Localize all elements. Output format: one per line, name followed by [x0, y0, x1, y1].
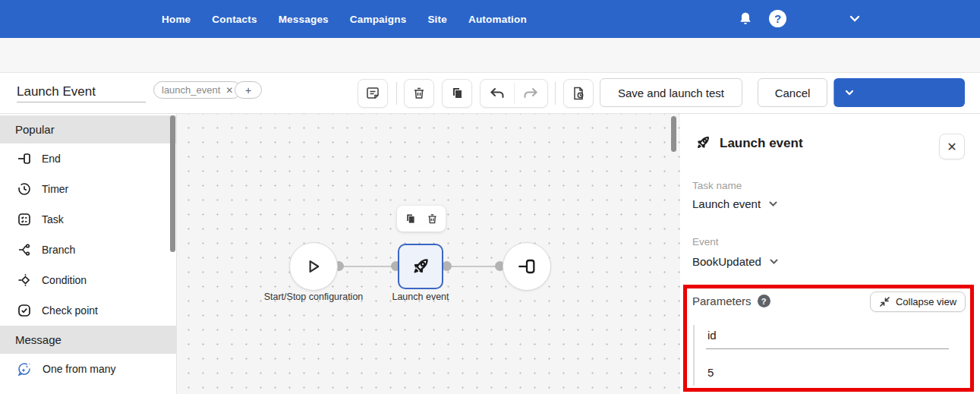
- sidebar-item-label: Check point: [42, 304, 98, 317]
- sidebar-item-label: Condition: [42, 274, 87, 286]
- toolbar-divider: [396, 82, 397, 105]
- sidebar-item-timer[interactable]: Timer: [0, 174, 176, 204]
- panel-title: Launch event: [720, 136, 803, 151]
- scenario-tag-chip[interactable]: launch_event ✕: [153, 81, 241, 99]
- note-icon: [365, 86, 380, 101]
- toolbar-divider: [555, 82, 556, 105]
- event-value: BookUpdated: [692, 255, 761, 268]
- node-settings-panel: Launch event ✕ Task name Launch event Ev…: [680, 114, 980, 394]
- check-point-icon: [17, 303, 32, 318]
- cancel-button[interactable]: Cancel: [758, 78, 827, 107]
- undo-button[interactable]: [481, 80, 514, 107]
- collapse-view-label: Collapse view: [896, 296, 956, 307]
- delete-node-icon[interactable]: [426, 213, 439, 225]
- copy-icon: [449, 86, 465, 101]
- save-and-exit-split-button: Save and exit: [833, 78, 965, 107]
- document-refresh-icon: [571, 86, 586, 101]
- collapse-view-button[interactable]: Collapse view: [870, 292, 966, 312]
- parameters-label: Parameters ?: [692, 295, 770, 307]
- sidebar-section-popular: Popular: [0, 115, 176, 143]
- close-panel-button[interactable]: ✕: [939, 134, 965, 159]
- chevron-down-icon: [769, 258, 779, 265]
- nav-item-messages[interactable]: Messages: [279, 14, 329, 25]
- canvas-scrollbar[interactable]: [671, 116, 676, 152]
- parameters-text: Parameters: [692, 295, 752, 307]
- branch-icon: [17, 242, 32, 257]
- parameter-key-underline: [706, 348, 949, 349]
- node-launch-event-selected[interactable]: [398, 244, 443, 289]
- sidebar-item-label: Task: [42, 213, 64, 225]
- edge-launch-to-end: [445, 266, 502, 267]
- sidebar-item-label: End: [42, 153, 61, 165]
- account-chevron-down-icon[interactable]: [848, 14, 862, 24]
- chevron-down-icon: [768, 200, 778, 207]
- scenario-title-input[interactable]: [17, 81, 146, 102]
- scenario-toolbar: launch_event ✕ + Save and launch test Ca…: [0, 73, 980, 114]
- collapse-icon: [879, 296, 890, 307]
- main-area: Popular End Timer Task Branch: [0, 114, 980, 394]
- nav-item-site[interactable]: Site: [427, 14, 447, 25]
- rocket-icon: [408, 254, 433, 279]
- node-label-launch-event: Launch event: [360, 292, 481, 302]
- event-label: Event: [692, 236, 719, 247]
- blocks-sidebar: Popular End Timer Task Branch: [0, 114, 177, 394]
- end-icon: [516, 257, 537, 276]
- condition-icon: [17, 273, 32, 288]
- sidebar-item-branch[interactable]: Branch: [0, 235, 176, 265]
- node-start-stop[interactable]: [289, 242, 338, 291]
- nav-item-home[interactable]: Home: [162, 14, 191, 25]
- task-icon: [17, 212, 32, 227]
- top-nav: Home Contacts Messages Campaigns Site Au…: [0, 0, 980, 38]
- note-button[interactable]: [358, 79, 388, 108]
- copy-node-icon[interactable]: [404, 213, 417, 225]
- sidebar-item-one-from-many[interactable]: One from many: [0, 354, 176, 384]
- task-name-select[interactable]: Launch event: [692, 197, 778, 210]
- tag-label: launch_event: [162, 84, 220, 96]
- undo-redo-group: [480, 79, 548, 108]
- node-context-toolbar: [397, 206, 446, 232]
- nav-menu: Home Contacts Messages Campaigns Site Au…: [162, 0, 527, 38]
- parameter-key-field[interactable]: id: [707, 329, 717, 342]
- parameter-value-field[interactable]: 5: [707, 366, 714, 379]
- workflow-canvas[interactable]: Start/Stop configuration Launch event: [177, 114, 680, 394]
- sidebar-item-end[interactable]: End: [0, 143, 176, 174]
- save-and-launch-test-button[interactable]: Save and launch test: [600, 78, 742, 107]
- nav-item-automation[interactable]: Automation: [468, 14, 527, 25]
- sidebar-item-label: One from many: [43, 363, 115, 375]
- play-icon: [302, 255, 325, 278]
- parameter-group-indent: [693, 325, 695, 386]
- reset-draft-button[interactable]: [563, 79, 594, 108]
- end-icon: [17, 152, 32, 165]
- redo-button[interactable]: [515, 80, 548, 107]
- node-end[interactable]: [503, 242, 551, 291]
- timer-icon: [17, 181, 32, 197]
- breadcrumb-strip: [0, 38, 980, 73]
- nav-item-contacts[interactable]: Contacts: [212, 14, 257, 25]
- tag-remove-icon[interactable]: ✕: [225, 85, 233, 96]
- sidebar-item-check-point[interactable]: Check point: [0, 295, 176, 326]
- parameters-help-icon[interactable]: ?: [758, 295, 770, 307]
- nav-item-campaigns[interactable]: Campaigns: [350, 14, 407, 25]
- sidebar-item-condition[interactable]: Condition: [0, 265, 176, 295]
- copy-button[interactable]: [442, 79, 472, 108]
- nav-right-cluster: ?: [707, 0, 980, 38]
- task-name-value: Launch event: [692, 197, 761, 210]
- trash-icon: [411, 86, 427, 101]
- sidebar-item-task[interactable]: Task: [0, 204, 176, 235]
- event-select[interactable]: BookUpdated: [692, 255, 779, 268]
- task-name-label: Task name: [692, 180, 742, 191]
- rocket-icon: [692, 132, 714, 153]
- notifications-bell-icon[interactable]: [737, 10, 754, 28]
- sidebar-item-label: Timer: [42, 183, 68, 195]
- save-and-exit-dropdown[interactable]: [834, 78, 865, 107]
- edge-start-to-launch: [339, 266, 398, 267]
- delete-button[interactable]: [404, 79, 434, 108]
- add-tag-button[interactable]: +: [235, 81, 262, 99]
- sidebar-item-label: Branch: [42, 244, 75, 256]
- sidebar-scrollbar[interactable]: [170, 115, 175, 252]
- help-icon[interactable]: ?: [769, 10, 786, 27]
- sidebar-section-message: Message: [0, 326, 176, 354]
- one-from-many-icon: [17, 361, 33, 377]
